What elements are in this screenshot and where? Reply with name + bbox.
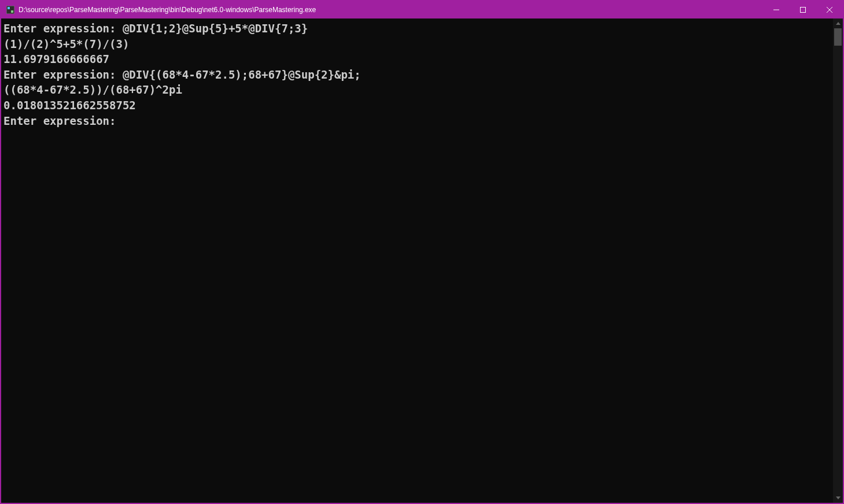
console-output[interactable]: Enter expression: @DIV{1;2}@Sup{5}+5*@DI… [1, 18, 833, 503]
scroll-down-arrow[interactable] [833, 493, 843, 503]
console-area: Enter expression: @DIV{1;2}@Sup{5}+5*@DI… [1, 18, 843, 503]
console-line: Enter expression: [3, 113, 831, 129]
svg-marker-7 [836, 22, 841, 25]
scroll-thumb[interactable] [834, 28, 842, 46]
window-controls [763, 1, 843, 18]
console-window: D:\source\repos\ParseMastering\ParseMast… [0, 0, 844, 504]
close-button[interactable] [816, 1, 843, 18]
console-line: (1)/(2)^5+5*(7)/(3) [3, 36, 831, 52]
console-line: Enter expression: @DIV{1;2}@Sup{5}+5*@DI… [3, 21, 831, 36]
maximize-button[interactable] [790, 1, 816, 18]
app-icon [6, 5, 15, 14]
console-line: ((68*4-67*2.5))/(68+67)^2pi [3, 82, 831, 98]
titlebar[interactable]: D:\source\repos\ParseMastering\ParseMast… [1, 1, 843, 18]
svg-rect-1 [8, 7, 10, 9]
window-title: D:\source\repos\ParseMastering\ParseMast… [19, 6, 763, 14]
svg-rect-2 [11, 10, 13, 13]
vertical-scrollbar[interactable] [833, 18, 843, 503]
console-line: 11.6979166666667 [3, 51, 831, 67]
console-line: 0.018013521662558752 [3, 98, 831, 113]
console-line: Enter expression: @DIV{(68*4-67*2.5);68+… [3, 67, 831, 83]
svg-marker-8 [836, 496, 841, 499]
scroll-up-arrow[interactable] [833, 18, 843, 28]
scroll-track[interactable] [833, 28, 843, 493]
svg-rect-4 [801, 8, 806, 13]
minimize-button[interactable] [763, 1, 790, 18]
